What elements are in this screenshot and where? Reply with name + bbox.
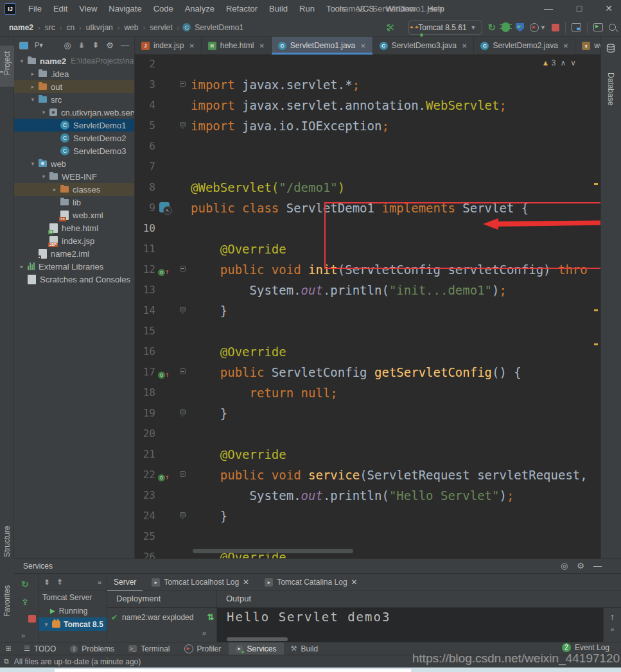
run-button[interactable]: ↻ [488,22,496,33]
breadcrumb-item[interactable]: ServletDemo1 [193,23,245,32]
line-number[interactable]: 8 [135,177,155,198]
toolwindow-button-terminal[interactable]: >_Terminal [121,642,177,655]
close-tab-icon[interactable]: ✕ [563,42,568,49]
run-class-icon[interactable] [159,202,170,212]
tree-item-scratches-and-consoles[interactable]: Scratches and Consoles [14,273,134,286]
minimize-button[interactable]: — [538,0,559,18]
collapse-all-icon[interactable]: ⇞ [57,578,63,587]
line-number[interactable]: 7 [135,157,155,177]
tree-item-external-libraries[interactable]: ▸External Libraries [14,260,134,273]
line-number[interactable]: 4 [135,95,155,116]
hide-panel-icon[interactable]: — [593,561,602,571]
fold-marker-icon[interactable] [180,512,186,519]
line-number[interactable]: 16 [135,341,155,362]
warning-stripe-mark[interactable] [594,343,598,345]
console-hscrollbar[interactable] [227,637,288,641]
menu-view[interactable]: View [73,0,103,18]
breadcrumb-item[interactable]: web [123,23,139,32]
tree-item-cn-utkvrjan-web-servlet[interactable]: ▾cn.utkvrjan.web.servlet [14,106,134,119]
menu-run[interactable]: Run [293,0,320,18]
settings-gear-icon[interactable]: ⚙ [106,40,114,50]
chevron-icon[interactable]: ▸ [29,71,37,77]
editor-tab-hehe-html[interactable]: Hhehe.html✕ [202,37,272,55]
tree-item-lib[interactable]: lib [14,196,134,209]
tree-item-servletdemo1[interactable]: CServletDemo1 [14,119,134,132]
locate-icon[interactable]: ◎ [64,40,71,50]
line-number[interactable]: 2 [135,54,155,74]
warning-stripe-mark[interactable] [594,309,598,311]
tree-item-web-xml[interactable]: <>web.xml [14,209,134,221]
settings-gear-icon[interactable]: ⚙ [577,561,584,571]
fold-marker-icon[interactable] [180,266,186,271]
editor-tab-web-xml[interactable]: xweb.xml✕ [575,37,600,55]
line-number[interactable]: 21 [135,444,155,465]
breadcrumb-item[interactable]: servlet [148,23,173,32]
redeploy-icon[interactable]: ⇅ [207,612,214,622]
editor-hscrollbar[interactable] [193,549,353,553]
menu-analyze[interactable]: Analyze [179,0,220,18]
services-tree-item-running[interactable]: ▶Running [39,604,107,617]
tree-item-name2-iml[interactable]: ▪name2.iml [14,247,134,260]
menu-navigate[interactable]: Navigate [103,0,147,18]
toolwindow-button-build[interactable]: ⚒Build [284,642,326,655]
stack-icon[interactable]: ⧉ [4,657,9,666]
tool-strip-database[interactable]: Database [600,40,621,98]
menu-code[interactable]: Code [148,0,179,18]
tool-strip-structure[interactable]: Structure [0,526,14,571]
warning-stripe-mark[interactable] [594,183,598,185]
toolwindow-button-profiler[interactable]: Profiler [177,642,229,655]
coverage-button[interactable] [516,23,524,32]
chevron-icon[interactable]: ▸ [18,263,26,270]
console-output[interactable]: Hello Servlet demo3 ↑ » [217,608,621,642]
close-tab-icon[interactable]: ✕ [259,42,264,49]
line-number[interactable]: 3 [135,74,155,95]
project-dropdown[interactable]: P▾ [35,41,43,49]
update-app-icon[interactable]: ⇪ [21,597,29,607]
close-button[interactable]: ✕ [598,0,620,18]
line-number[interactable]: 12 [135,259,155,280]
prev-warning-icon[interactable]: ∧ [560,58,566,67]
services-tab-tomcat-catalina-log[interactable]: ▸Tomcat Catalina Log✕ [258,574,363,591]
expand-all-icon[interactable]: ⇟ [44,578,50,587]
chevron-icon[interactable]: ▾ [29,96,37,103]
line-number[interactable]: 10 [135,218,155,239]
line-number[interactable]: 25 [135,526,155,547]
inspection-widget[interactable]: ▲ 3 ∧ ∨ [541,58,576,67]
editor-tab-servletdemo3-java[interactable]: CServletDemo3.java✕ [373,37,475,55]
fold-marker-icon[interactable] [180,122,186,129]
close-tab-icon[interactable]: ✕ [360,42,365,49]
tree-item-out[interactable]: ▸out [14,80,134,93]
tree-item-hehe-html[interactable]: Hhehe.html [14,221,134,234]
stop-button[interactable] [552,24,559,31]
override-method-icon[interactable]: o↑ [158,470,173,482]
menu-build[interactable]: Build [263,0,293,18]
services-tab-tomcat-localhost-log[interactable]: ▸Tomcat Localhost Log✕ [145,574,256,591]
chevron-icon[interactable]: ▾ [42,621,50,628]
breadcrumb-item[interactable]: cn [65,23,76,32]
chevron-icon[interactable]: ▸ [51,186,58,193]
fold-marker-icon[interactable] [180,471,186,477]
breadcrumb-item[interactable]: utkvrjan [85,23,114,32]
toolwindow-button-services[interactable]: ▸Services [229,642,284,655]
run-anything-icon[interactable] [593,23,603,31]
expand-all-icon[interactable]: ⇟ [78,40,85,50]
override-method-icon[interactable]: o↑ [158,264,173,277]
tree-item--idea[interactable]: ▸.idea [14,67,134,80]
event-log-button[interactable]: 2 Event Log [562,643,609,652]
chevron-icon[interactable]: ▾ [18,58,26,64]
more-icon[interactable]: » [21,632,25,639]
more-icon[interactable]: » [202,629,206,637]
chevron-icon[interactable]: ▸ [29,83,37,90]
tool-window-list-icon[interactable]: ⊞ [0,644,17,653]
maximize-button[interactable]: □ [568,0,590,18]
more-icon[interactable]: » [604,626,621,633]
next-warning-icon[interactable]: ∨ [570,58,576,67]
rerun-icon[interactable]: ↻ [21,579,29,589]
deployment-row[interactable]: ✔ name2:war exploded ⇅ [111,612,214,622]
tree-item-web-inf[interactable]: ▾WEB-INF [14,170,134,183]
line-number[interactable]: 13 [135,280,155,300]
search-everywhere-icon[interactable] [609,24,616,31]
tool-windows-icon[interactable] [572,23,581,31]
tree-item-web[interactable]: ▾web [14,157,134,170]
line-number[interactable]: 9 [135,198,155,218]
